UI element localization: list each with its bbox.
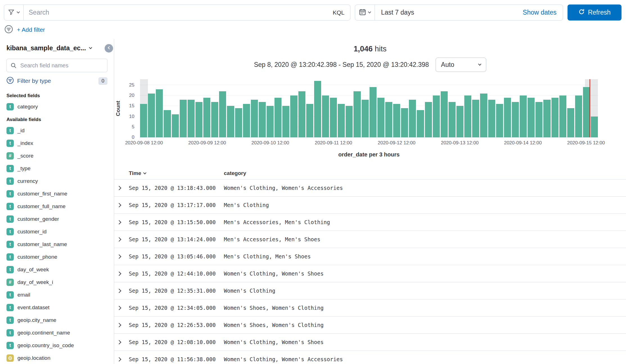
histogram-bar[interactable] bbox=[520, 95, 527, 137]
add-filter-button[interactable]: + Add filter bbox=[17, 26, 45, 33]
field-search-input[interactable] bbox=[6, 59, 107, 72]
field-item-customer_phone[interactable]: tcustomer_phone bbox=[6, 251, 107, 263]
collapse-sidebar-button[interactable] bbox=[105, 44, 113, 53]
histogram-bar[interactable] bbox=[282, 106, 289, 137]
histogram-bar[interactable] bbox=[480, 94, 487, 137]
histogram-bar[interactable] bbox=[298, 91, 305, 137]
histogram-bar[interactable] bbox=[346, 106, 353, 137]
field-item-geoip.city_name[interactable]: tgeoip.city_name bbox=[6, 314, 107, 326]
refresh-button[interactable]: Refresh bbox=[568, 4, 622, 21]
histogram-bar[interactable] bbox=[464, 95, 471, 137]
histogram-bar[interactable] bbox=[496, 104, 503, 137]
saved-query-menu-button[interactable] bbox=[4, 5, 24, 20]
field-item-customer_full_name[interactable]: tcustomer_full_name bbox=[6, 200, 107, 213]
histogram-bar[interactable] bbox=[306, 104, 313, 137]
histogram-bar[interactable] bbox=[211, 102, 218, 138]
field-item-_id[interactable]: t_id bbox=[6, 124, 107, 137]
time-range-value[interactable]: Last 7 days bbox=[375, 9, 523, 16]
field-item-day_of_week_i[interactable]: #day_of_week_i bbox=[6, 276, 107, 288]
histogram-bar[interactable] bbox=[575, 95, 582, 137]
field-item-customer_gender[interactable]: tcustomer_gender bbox=[6, 213, 107, 225]
histogram-bar[interactable] bbox=[290, 95, 297, 137]
histogram-bar[interactable] bbox=[385, 102, 392, 138]
histogram-bar[interactable] bbox=[370, 87, 377, 137]
histogram-bar[interactable] bbox=[504, 98, 511, 137]
histogram-bar[interactable] bbox=[543, 100, 550, 137]
show-dates-button[interactable]: Show dates bbox=[523, 9, 563, 16]
expand-row-icon[interactable] bbox=[117, 220, 121, 224]
histogram-bar[interactable] bbox=[235, 108, 242, 137]
histogram-bar[interactable] bbox=[449, 102, 456, 138]
histogram-bar[interactable] bbox=[528, 98, 535, 137]
histogram-bar[interactable] bbox=[267, 106, 274, 137]
expand-row-icon[interactable] bbox=[117, 357, 121, 361]
histogram-bar[interactable] bbox=[409, 100, 416, 137]
expand-row-icon[interactable] bbox=[117, 323, 121, 327]
histogram-bar[interactable] bbox=[251, 100, 258, 137]
kql-syntax-button[interactable]: KQL bbox=[333, 9, 350, 16]
histogram-bar[interactable] bbox=[338, 104, 345, 137]
histogram-bar[interactable] bbox=[164, 110, 171, 137]
expand-row-icon[interactable] bbox=[117, 186, 121, 190]
field-item-_index[interactable]: t_index bbox=[6, 137, 107, 149]
expand-row-icon[interactable] bbox=[117, 254, 121, 259]
expand-row-icon[interactable] bbox=[117, 237, 121, 242]
histogram-bar[interactable] bbox=[401, 108, 408, 137]
histogram-bar[interactable] bbox=[203, 98, 210, 137]
histogram-bar[interactable] bbox=[512, 102, 519, 138]
histogram-bar[interactable] bbox=[488, 100, 495, 137]
histogram-bar[interactable] bbox=[188, 100, 195, 137]
histogram-bar[interactable] bbox=[472, 100, 479, 137]
histogram-bar[interactable] bbox=[417, 110, 424, 137]
field-item-customer_last_name[interactable]: tcustomer_last_name bbox=[6, 238, 107, 251]
histogram-bar[interactable] bbox=[330, 98, 337, 137]
expand-row-icon[interactable] bbox=[117, 306, 121, 310]
histogram-bar[interactable] bbox=[195, 102, 202, 138]
histogram-bar[interactable] bbox=[140, 104, 147, 137]
field-item-currency[interactable]: tcurrency bbox=[6, 175, 107, 187]
field-item-customer_first_name[interactable]: tcustomer_first_name bbox=[6, 187, 107, 200]
filter-by-type-button[interactable]: Filter by type 0 bbox=[6, 77, 107, 85]
histogram-bar[interactable] bbox=[433, 95, 440, 137]
histogram-bar[interactable] bbox=[441, 91, 448, 137]
field-item-day_of_week[interactable]: tday_of_week bbox=[6, 263, 107, 276]
global-filter-options-icon[interactable] bbox=[4, 25, 13, 35]
histogram-bar[interactable] bbox=[274, 98, 282, 137]
field-item-category[interactable]: tcategory bbox=[6, 100, 107, 113]
expand-row-icon[interactable] bbox=[117, 340, 121, 344]
histogram-bar[interactable] bbox=[567, 108, 574, 137]
field-item-_score[interactable]: #_score bbox=[6, 149, 107, 162]
time-column-header[interactable]: Time bbox=[129, 170, 224, 176]
field-item-event.dataset[interactable]: tevent.dataset bbox=[6, 301, 107, 314]
histogram-bar[interactable] bbox=[559, 95, 566, 137]
histogram-bar[interactable] bbox=[180, 100, 187, 137]
histogram-bar[interactable] bbox=[219, 91, 226, 137]
histogram-bar[interactable] bbox=[259, 102, 266, 138]
field-item-geoip.country_iso_code[interactable]: tgeoip.country_iso_code bbox=[6, 339, 107, 352]
interval-select[interactable]: Auto bbox=[436, 58, 486, 72]
histogram-bar[interactable] bbox=[172, 114, 179, 137]
histogram-bar[interactable] bbox=[227, 106, 234, 137]
histogram-bar[interactable] bbox=[551, 98, 559, 137]
search-input[interactable] bbox=[24, 5, 333, 20]
field-item-email[interactable]: temail bbox=[6, 288, 107, 301]
quick-select-date-button[interactable] bbox=[355, 5, 375, 20]
histogram-bar[interactable] bbox=[393, 104, 400, 137]
histogram-bar[interactable] bbox=[322, 95, 329, 137]
expand-row-icon[interactable] bbox=[117, 288, 121, 293]
histogram-bar[interactable] bbox=[362, 100, 369, 137]
histogram-bar[interactable] bbox=[148, 94, 155, 137]
histogram-bar[interactable] bbox=[583, 87, 590, 137]
histogram-bar[interactable] bbox=[314, 81, 321, 137]
expand-row-icon[interactable] bbox=[117, 271, 121, 276]
field-item-geoip.location[interactable]: geoip.location bbox=[6, 352, 107, 364]
index-pattern-switcher[interactable]: kibana_sample_data_ec... bbox=[6, 44, 107, 52]
histogram-bar[interactable] bbox=[535, 102, 542, 138]
histogram-bar[interactable] bbox=[591, 117, 598, 137]
histogram-bar[interactable] bbox=[243, 104, 250, 137]
expand-row-icon[interactable] bbox=[117, 203, 121, 207]
histogram-bar[interactable] bbox=[456, 106, 463, 137]
histogram-bar[interactable] bbox=[156, 89, 163, 137]
histogram-bar[interactable] bbox=[425, 102, 432, 138]
histogram-bar[interactable] bbox=[377, 98, 384, 137]
